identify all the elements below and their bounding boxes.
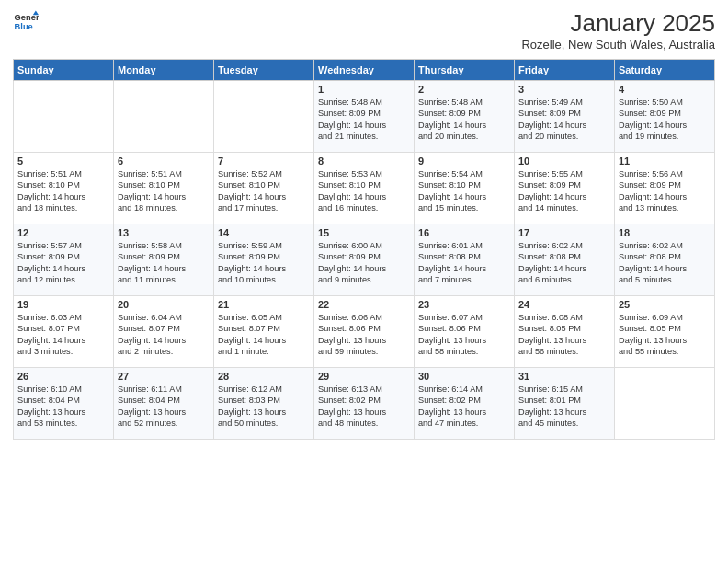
calendar-cell bbox=[14, 81, 114, 153]
cell-text: and 12 minutes. bbox=[17, 274, 109, 285]
month-title: January 2025 bbox=[521, 9, 715, 38]
day-number: 25 bbox=[619, 299, 711, 310]
cell-text: Daylight: 14 hours bbox=[619, 191, 711, 202]
calendar-cell: 24Sunrise: 6:08 AMSunset: 8:05 PMDayligh… bbox=[515, 296, 615, 368]
calendar-cell: 1Sunrise: 5:48 AMSunset: 8:09 PMDaylight… bbox=[314, 81, 415, 153]
day-number: 15 bbox=[318, 227, 410, 238]
col-thursday: Thursday bbox=[415, 60, 515, 81]
header: General Blue January 2025 Rozelle, New S… bbox=[13, 9, 715, 52]
cell-text: and 2 minutes. bbox=[118, 346, 210, 357]
cell-text: Sunset: 8:05 PM bbox=[518, 323, 610, 334]
cell-text: Daylight: 13 hours bbox=[318, 407, 410, 418]
cell-text: and 6 minutes. bbox=[518, 274, 610, 285]
cell-text: and 47 minutes. bbox=[418, 418, 510, 429]
cell-text: Sunset: 8:10 PM bbox=[318, 179, 410, 190]
cell-text: and 50 minutes. bbox=[218, 418, 310, 429]
cell-text: Sunset: 8:05 PM bbox=[619, 323, 711, 334]
cell-text: and 1 minute. bbox=[218, 346, 310, 357]
cell-text: Sunrise: 6:11 AM bbox=[118, 384, 210, 395]
cell-text: and 56 minutes. bbox=[518, 346, 610, 357]
day-number: 20 bbox=[118, 299, 210, 310]
cell-text: and 10 minutes. bbox=[218, 274, 310, 285]
day-number: 7 bbox=[218, 155, 310, 167]
cell-text: and 20 minutes. bbox=[418, 131, 510, 142]
cell-text: Sunrise: 5:50 AM bbox=[619, 97, 711, 108]
calendar-cell bbox=[615, 368, 715, 440]
cell-text: Sunrise: 6:02 AM bbox=[619, 240, 711, 251]
cell-text: and 18 minutes. bbox=[17, 202, 109, 213]
cell-text: Sunrise: 5:56 AM bbox=[619, 168, 711, 179]
cell-text: Sunset: 8:07 PM bbox=[17, 323, 109, 334]
cell-text: Sunset: 8:01 PM bbox=[518, 395, 610, 406]
cell-text: Daylight: 14 hours bbox=[619, 120, 711, 131]
cell-text: Sunrise: 6:10 AM bbox=[17, 384, 109, 395]
cell-text: Sunrise: 6:08 AM bbox=[518, 312, 610, 323]
calendar-cell: 8Sunrise: 5:53 AMSunset: 8:10 PMDaylight… bbox=[314, 153, 415, 224]
day-number: 11 bbox=[619, 155, 711, 167]
cell-text: Daylight: 14 hours bbox=[218, 191, 310, 202]
day-number: 10 bbox=[518, 155, 610, 167]
cell-text: Sunset: 8:08 PM bbox=[418, 251, 510, 262]
cell-text: Daylight: 14 hours bbox=[218, 335, 310, 346]
day-number: 12 bbox=[17, 227, 109, 238]
cell-text: Daylight: 14 hours bbox=[118, 191, 210, 202]
cell-text: and 15 minutes. bbox=[418, 202, 510, 213]
calendar-cell: 4Sunrise: 5:50 AMSunset: 8:09 PMDaylight… bbox=[615, 81, 715, 153]
calendar-cell: 19Sunrise: 6:03 AMSunset: 8:07 PMDayligh… bbox=[14, 296, 114, 368]
cell-text: Daylight: 14 hours bbox=[418, 191, 510, 202]
cell-text: Sunset: 8:09 PM bbox=[619, 179, 711, 190]
col-saturday: Saturday bbox=[615, 60, 715, 81]
cell-text: Daylight: 14 hours bbox=[218, 263, 310, 274]
calendar-cell bbox=[214, 81, 314, 153]
calendar-cell: 16Sunrise: 6:01 AMSunset: 8:08 PMDayligh… bbox=[415, 224, 515, 296]
calendar-cell: 25Sunrise: 6:09 AMSunset: 8:05 PMDayligh… bbox=[615, 296, 715, 368]
calendar-cell: 26Sunrise: 6:10 AMSunset: 8:04 PMDayligh… bbox=[14, 368, 114, 440]
day-number: 21 bbox=[218, 299, 310, 310]
cell-text: Sunrise: 6:01 AM bbox=[418, 240, 510, 251]
calendar-cell: 9Sunrise: 5:54 AMSunset: 8:10 PMDaylight… bbox=[415, 153, 515, 224]
day-number: 30 bbox=[418, 371, 510, 382]
cell-text: Sunrise: 6:14 AM bbox=[418, 384, 510, 395]
cell-text: Daylight: 14 hours bbox=[17, 263, 109, 274]
cell-text: and 17 minutes. bbox=[218, 202, 310, 213]
calendar-cell: 31Sunrise: 6:15 AMSunset: 8:01 PMDayligh… bbox=[515, 368, 615, 440]
day-number: 5 bbox=[17, 155, 109, 167]
col-wednesday: Wednesday bbox=[314, 60, 415, 81]
cell-text: Sunrise: 5:58 AM bbox=[118, 240, 210, 251]
cell-text: Daylight: 14 hours bbox=[418, 263, 510, 274]
cell-text: Sunset: 8:07 PM bbox=[118, 323, 210, 334]
cell-text: Sunset: 8:10 PM bbox=[418, 179, 510, 190]
day-number: 26 bbox=[17, 371, 109, 382]
cell-text: Daylight: 14 hours bbox=[418, 120, 510, 131]
day-number: 16 bbox=[418, 227, 510, 238]
cell-text: and 7 minutes. bbox=[418, 274, 510, 285]
day-number: 8 bbox=[318, 155, 410, 167]
day-number: 31 bbox=[518, 371, 610, 382]
cell-text: Sunrise: 6:12 AM bbox=[218, 384, 310, 395]
cell-text: Daylight: 14 hours bbox=[17, 191, 109, 202]
cell-text: and 45 minutes. bbox=[518, 418, 610, 429]
cell-text: Sunrise: 6:02 AM bbox=[518, 240, 610, 251]
cell-text: Sunset: 8:10 PM bbox=[17, 179, 109, 190]
cell-text: and 55 minutes. bbox=[619, 346, 711, 357]
cell-text: Sunrise: 5:51 AM bbox=[118, 168, 210, 179]
cell-text: Sunset: 8:03 PM bbox=[218, 395, 310, 406]
cell-text: Sunrise: 5:54 AM bbox=[418, 168, 510, 179]
day-number: 14 bbox=[218, 227, 310, 238]
calendar-cell: 2Sunrise: 5:48 AMSunset: 8:09 PMDaylight… bbox=[415, 81, 515, 153]
title-block: January 2025 Rozelle, New South Wales, A… bbox=[521, 9, 715, 52]
cell-text: and 19 minutes. bbox=[619, 131, 711, 142]
calendar-table: Sunday Monday Tuesday Wednesday Thursday… bbox=[13, 59, 715, 440]
cell-text: Sunrise: 5:57 AM bbox=[17, 240, 109, 251]
cell-text: and 52 minutes. bbox=[118, 418, 210, 429]
day-number: 29 bbox=[318, 371, 410, 382]
week-row-4: 26Sunrise: 6:10 AMSunset: 8:04 PMDayligh… bbox=[14, 368, 715, 440]
day-number: 2 bbox=[418, 84, 510, 95]
calendar-cell: 18Sunrise: 6:02 AMSunset: 8:08 PMDayligh… bbox=[615, 224, 715, 296]
day-number: 19 bbox=[17, 299, 109, 310]
day-number: 13 bbox=[118, 227, 210, 238]
calendar-cell: 29Sunrise: 6:13 AMSunset: 8:02 PMDayligh… bbox=[314, 368, 415, 440]
cell-text: Sunset: 8:09 PM bbox=[518, 179, 610, 190]
week-row-2: 12Sunrise: 5:57 AMSunset: 8:09 PMDayligh… bbox=[14, 224, 715, 296]
cell-text: and 53 minutes. bbox=[17, 418, 109, 429]
